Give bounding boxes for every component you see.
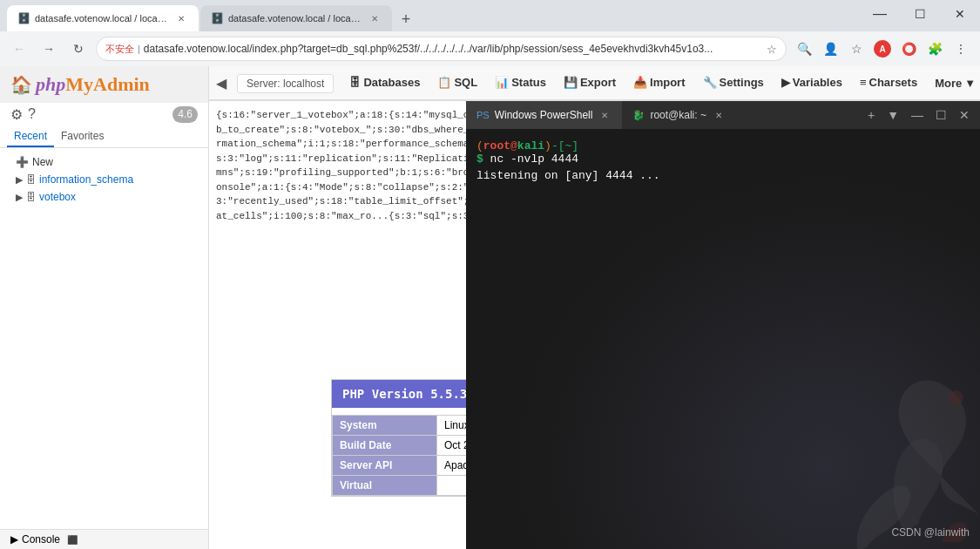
system-label: System bbox=[333, 416, 437, 436]
ps-terminal-area: (root@kali)-[~] $ nc -nvlp 4444 listenin… bbox=[466, 129, 980, 549]
new-tab-button[interactable]: + bbox=[394, 7, 418, 31]
profile-icon-btn[interactable]: 👤 bbox=[818, 37, 842, 61]
status-label: Status bbox=[511, 76, 546, 89]
console-icon: ▶ bbox=[10, 533, 18, 546]
search-icon-btn[interactable]: 🔍 bbox=[792, 37, 816, 61]
menu-item-export[interactable]: 💾 Export bbox=[555, 69, 625, 98]
import-label: Import bbox=[650, 76, 685, 89]
ps-powershell-icon: PS bbox=[476, 110, 490, 120]
tab-close-1[interactable]: ✕ bbox=[174, 11, 188, 25]
ps-maximize[interactable]: ☐ bbox=[932, 106, 950, 124]
ps-chevron-down[interactable]: ▼ bbox=[883, 106, 902, 124]
pma-sidebar: 🏠 phpMyAdmin ⚙ ? 4.6 Recent Favorites ➕ … bbox=[0, 66, 209, 549]
ps-kali-icon: 🐉 bbox=[632, 110, 645, 121]
maximize-button[interactable]: ☐ bbox=[900, 0, 940, 28]
expand-icon: ▶ bbox=[16, 174, 23, 186]
tab-2[interactable]: 🗄️ datasafe.votenow.local / locali... ✕ bbox=[200, 5, 392, 31]
recent-tab[interactable]: Recent bbox=[7, 126, 54, 147]
puzzle-icon-btn[interactable]: 🧩 bbox=[923, 37, 947, 61]
extension-icon-btn[interactable]: ⭕ bbox=[896, 37, 921, 61]
pma-logo-area: 🏠 phpMyAdmin bbox=[0, 66, 208, 103]
plus-icon: ➕ bbox=[16, 156, 29, 168]
export-icon: 💾 bbox=[564, 76, 578, 89]
menu-item-variables[interactable]: ▶ Variables bbox=[773, 69, 851, 98]
ps-at: @ bbox=[510, 139, 517, 152]
ps-host: kali bbox=[517, 139, 544, 152]
url-bar[interactable]: 不安全 | datasafe.votenow.local/index.php?t… bbox=[96, 37, 787, 61]
pma-body: {s:16:"server_1_votebox";a:18:{s:14:"mys… bbox=[209, 101, 980, 549]
build-date-label: Build Date bbox=[333, 436, 437, 456]
settings-label: Settings bbox=[720, 76, 764, 89]
sidebar-tab-bar: Recent Favorites bbox=[0, 126, 208, 148]
tab-title-2: datasafe.votenow.local / locali... bbox=[228, 13, 362, 24]
reload-button[interactable]: ↻ bbox=[66, 37, 91, 61]
db-name-information-schema: information_schema bbox=[39, 173, 133, 186]
ps-minimize[interactable]: — bbox=[908, 106, 927, 124]
ps-tab-powershell[interactable]: PS Windows PowerShell ✕ bbox=[466, 101, 622, 129]
nav-toggle-button[interactable]: ◀ bbox=[213, 71, 230, 95]
ps-bracket-close: ) bbox=[544, 139, 551, 152]
tab-close-2[interactable]: ✕ bbox=[368, 11, 382, 25]
menu-item-sql[interactable]: 📋 SQL bbox=[429, 69, 486, 98]
menu-item-settings[interactable]: 🔧 Settings bbox=[694, 69, 773, 98]
more-label: More bbox=[935, 77, 962, 90]
charsets-icon: ≡ bbox=[860, 76, 867, 89]
ps-add-tab[interactable]: + bbox=[864, 106, 878, 124]
ps-tab-kali[interactable]: 🐉 root@kali: ~ ✕ bbox=[622, 101, 736, 129]
console-bar[interactable]: ▶ Console ⬛ bbox=[0, 529, 208, 549]
server-api-label: Server API bbox=[333, 456, 437, 476]
expand-icon-2: ▶ bbox=[16, 192, 23, 203]
tab-title-1: datasafe.votenow.local / locali... bbox=[35, 13, 169, 24]
sidebar-item-votebox[interactable]: ▶ 🗄 votebox bbox=[10, 188, 198, 206]
sidebar-item-information-schema[interactable]: ▶ 🗄 information_schema bbox=[10, 171, 198, 188]
tab-bar: 🗄️ datasafe.votenow.local / locali... ✕ … bbox=[0, 0, 980, 31]
menu-icon-btn[interactable]: ⋮ bbox=[949, 37, 973, 61]
sql-icon: 📋 bbox=[437, 76, 451, 89]
abp-logo: A bbox=[874, 40, 891, 58]
ps-window-controls: + ▼ — ☐ ✕ bbox=[857, 106, 980, 124]
tab-1[interactable]: 🗄️ datasafe.votenow.local / locali... ✕ bbox=[7, 5, 199, 31]
ps-close[interactable]: ✕ bbox=[956, 106, 973, 124]
ps-command-line: $ nc -nvlp 4444 bbox=[476, 152, 970, 166]
db-name-votebox: votebox bbox=[39, 191, 76, 203]
ps-tab-close-2[interactable]: ✕ bbox=[712, 108, 726, 122]
back-button[interactable]: ← bbox=[7, 37, 31, 61]
new-db-button[interactable]: ➕ New bbox=[10, 153, 198, 171]
forward-button[interactable]: → bbox=[37, 37, 61, 61]
status-icon: 📊 bbox=[495, 76, 509, 89]
url-separator: | bbox=[138, 44, 140, 54]
tab-favicon-2: 🗄️ bbox=[211, 12, 223, 24]
ps-user: root bbox=[483, 139, 510, 152]
variables-icon: ▶ bbox=[781, 76, 790, 89]
menu-item-databases[interactable]: 🗄 Databases bbox=[341, 69, 429, 98]
ps-tab-close-1[interactable]: ✕ bbox=[598, 108, 612, 122]
export-label: Export bbox=[580, 76, 616, 89]
server-label: Server: localhost bbox=[237, 74, 334, 93]
tab-favicon-1: 🗄️ bbox=[17, 12, 30, 24]
address-bar: ← → ↻ 不安全 | datasafe.votenow.local/index… bbox=[0, 31, 980, 66]
pma-nav-bar: ◀ Server: localhost 🗄 Databases 📋 SQL 📊 … bbox=[209, 66, 980, 101]
browser-toolbar: 🔍 👤 ☆ A ⭕ 🧩 ⋮ bbox=[792, 37, 973, 61]
star-icon-btn[interactable]: ☆ bbox=[844, 37, 868, 61]
pma-menu: 🗄 Databases 📋 SQL 📊 Status 💾 Export 📥 bbox=[341, 69, 977, 98]
menu-item-import[interactable]: 📥 Import bbox=[625, 69, 693, 98]
pma-help-icon[interactable]: ? bbox=[28, 106, 36, 123]
ps-tab-powershell-label: Windows PowerShell bbox=[495, 109, 593, 121]
variables-label: Variables bbox=[793, 76, 842, 89]
favorites-tab[interactable]: Favorites bbox=[54, 126, 111, 147]
main-area: 🏠 phpMyAdmin ⚙ ? 4.6 Recent Favorites ➕ … bbox=[0, 66, 980, 549]
menu-item-status[interactable]: 📊 Status bbox=[486, 69, 555, 98]
abp-icon-btn[interactable]: A bbox=[870, 37, 895, 61]
pma-settings-icon[interactable]: ⚙ bbox=[10, 106, 23, 123]
menu-item-more[interactable]: More ▼ bbox=[926, 70, 977, 97]
ps-dollar-sign: $ bbox=[476, 152, 490, 166]
pma-version-badge: 4.6 bbox=[172, 106, 198, 123]
menu-item-charsets[interactable]: ≡ Charsets bbox=[851, 69, 926, 98]
server-selector[interactable]: Server: localhost bbox=[230, 77, 341, 90]
bookmark-icon[interactable]: ☆ bbox=[767, 43, 777, 56]
new-label: New bbox=[32, 156, 53, 168]
minimize-button[interactable]: — bbox=[860, 0, 900, 28]
powershell-overlay: PS Windows PowerShell ✕ 🐉 root@kali: ~ ✕… bbox=[466, 101, 980, 549]
php-text: php bbox=[36, 73, 65, 95]
close-button[interactable]: ✕ bbox=[940, 0, 980, 28]
